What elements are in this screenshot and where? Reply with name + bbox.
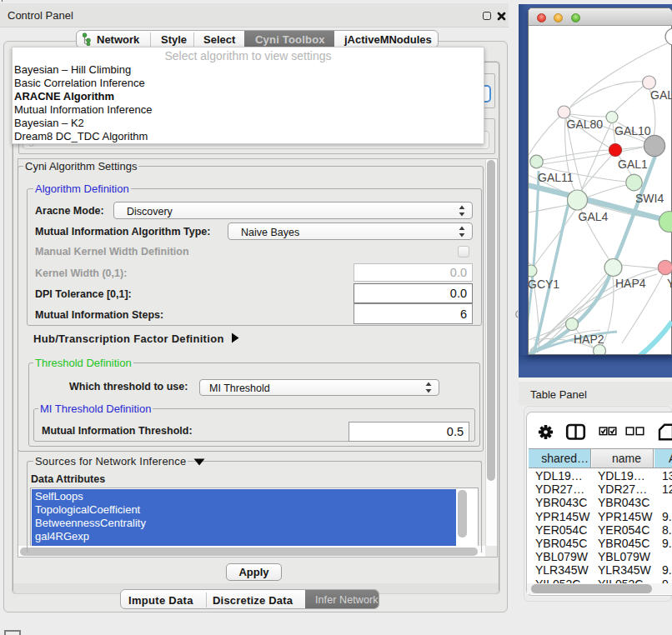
svg-text:GAL1: GAL1	[618, 158, 648, 171]
svg-text:Y: Y	[667, 277, 672, 290]
svg-text:GCY1: GCY1	[529, 278, 559, 291]
svg-text:GAL7: GAL7	[650, 88, 672, 102]
svg-text:GAL10: GAL10	[614, 124, 651, 138]
svg-text:GAL11: GAL11	[538, 171, 574, 184]
svg-text:SWI4: SWI4	[635, 192, 664, 205]
svg-text:GAL4: GAL4	[579, 210, 609, 223]
svg-text:HAP2: HAP2	[574, 332, 604, 346]
svg-text:HAP4: HAP4	[615, 277, 646, 290]
svg-text:GAL80: GAL80	[567, 118, 604, 131]
